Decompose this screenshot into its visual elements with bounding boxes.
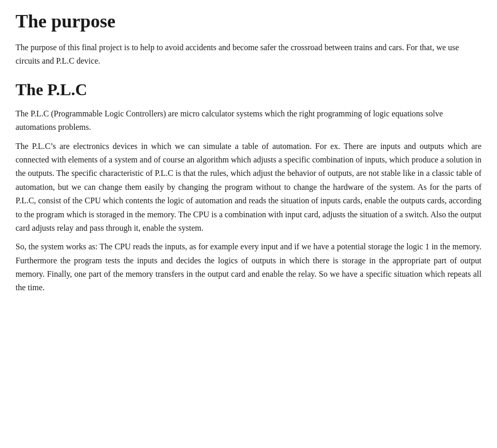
paragraph-1: The P.L.C (Programmable Logic Controller… [16, 107, 481, 135]
page-title: The purpose [16, 10, 481, 33]
intro-paragraph: The purpose of this final project is to … [16, 41, 481, 67]
section-title-plc: The P.L.C [16, 80, 481, 99]
paragraph-2: The P.L.C’s are electronics devices in w… [16, 140, 481, 235]
paragraph-3: So, the system works as: The CPU reads t… [16, 240, 481, 295]
